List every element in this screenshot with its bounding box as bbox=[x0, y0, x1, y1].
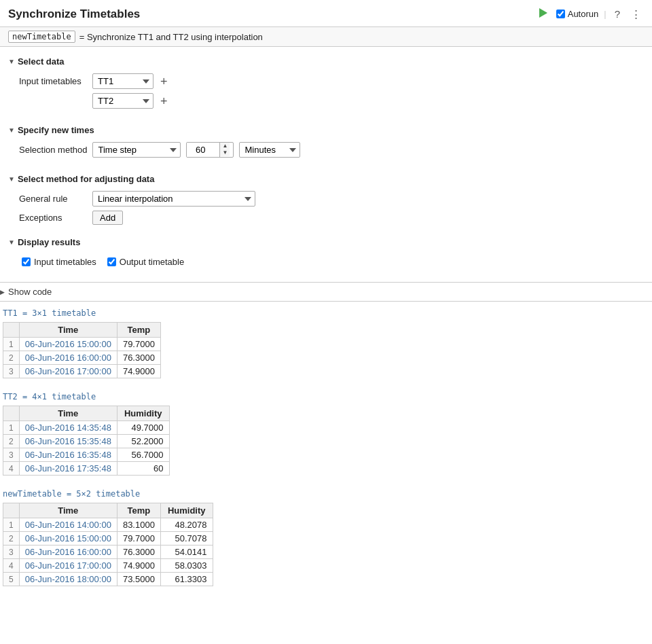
table-row: 3 06-Jun-2016 16:35:48 56.7000 bbox=[3, 448, 170, 462]
more-button[interactable]: ⋮ bbox=[628, 7, 644, 22]
step-value-input-wrap: ▲ ▼ bbox=[186, 142, 234, 158]
new-timetable-section: newTimetable = 5×2 timetable Time Temp H… bbox=[0, 489, 652, 586]
autorun-label[interactable]: Autorun bbox=[556, 9, 599, 19]
output-timetable-checkbox-label[interactable]: Output timetable bbox=[107, 257, 184, 267]
humidity-cell: 54.0141 bbox=[160, 545, 213, 559]
exceptions-row: Exceptions Add bbox=[19, 211, 644, 225]
value-cell: 76.3000 bbox=[117, 351, 160, 365]
selection-method-select[interactable]: Time step From timetable bbox=[92, 142, 181, 158]
step-value-input[interactable] bbox=[187, 143, 219, 157]
value-cell: 52.2000 bbox=[117, 435, 169, 448]
display-results-chevron: ▼ bbox=[8, 238, 15, 246]
value-cell: 60 bbox=[117, 462, 169, 476]
specify-times-label: Specify new times bbox=[18, 125, 94, 135]
selection-method-row: Selection method Time step From timetabl… bbox=[19, 142, 644, 158]
display-results-section: ▼ Display results Input timetables Outpu… bbox=[8, 234, 644, 271]
tt1-col-time: Time bbox=[19, 323, 117, 338]
table-row: 3 06-Jun-2016 16:00:00 76.3000 54.0141 bbox=[3, 545, 213, 559]
new-col-time: Time bbox=[19, 503, 117, 518]
time-cell: 06-Jun-2016 17:00:00 bbox=[19, 559, 117, 573]
tt1-section: TT1 = 3×1 timetable Time Temp 1 06-Jun-2… bbox=[0, 308, 652, 378]
table-row: 4 06-Jun-2016 17:35:48 60 bbox=[3, 462, 170, 476]
timetable2-select[interactable]: TT2 TT1 bbox=[92, 93, 153, 109]
temp-cell: 76.3000 bbox=[117, 545, 160, 559]
time-cell: 06-Jun-2016 14:00:00 bbox=[19, 518, 117, 532]
select-method-chevron: ▼ bbox=[8, 175, 15, 183]
general-rule-row: General rule Linear interpolation Previo… bbox=[19, 191, 644, 207]
input-timetables-checkbox-text: Input timetables bbox=[34, 257, 96, 267]
help-button[interactable]: ? bbox=[612, 7, 623, 21]
row-num: 3 bbox=[3, 545, 20, 559]
svg-marker-0 bbox=[539, 8, 547, 18]
time-cell: 06-Jun-2016 15:35:48 bbox=[19, 435, 117, 448]
display-results-header[interactable]: ▼ Display results bbox=[8, 234, 644, 250]
show-code-row[interactable]: ▶ Show code bbox=[0, 282, 652, 302]
row-num: 2 bbox=[3, 532, 20, 545]
header-controls: Autorun | ? ⋮ bbox=[536, 5, 644, 22]
timetable1-select[interactable]: TT1 TT2 bbox=[92, 73, 153, 89]
specify-times-section: ▼ Specify new times Selection method Tim… bbox=[8, 122, 644, 164]
input-timetables-checkbox[interactable] bbox=[22, 257, 31, 266]
row-num: 4 bbox=[3, 462, 20, 476]
table-row: 5 06-Jun-2016 18:00:00 73.5000 61.3303 bbox=[3, 573, 213, 586]
select-data-label: Select data bbox=[18, 56, 65, 67]
row-num: 1 bbox=[3, 518, 20, 532]
temp-cell: 83.1000 bbox=[117, 518, 160, 532]
code-badge: newTimetable bbox=[8, 31, 75, 43]
add-timetable1-button[interactable]: + bbox=[159, 75, 169, 88]
row-num: 1 bbox=[3, 421, 20, 435]
new-timetable-table: Time Temp Humidity 1 06-Jun-2016 14:00:0… bbox=[3, 503, 213, 586]
table-row: 4 06-Jun-2016 17:00:00 74.9000 58.0303 bbox=[3, 559, 213, 573]
code-line: newTimetable = Synchronize TT1 and TT2 u… bbox=[0, 27, 652, 47]
row-num: 1 bbox=[3, 338, 20, 351]
time-cell: 06-Jun-2016 17:00:00 bbox=[19, 365, 117, 378]
add-exception-button[interactable]: Add bbox=[92, 211, 123, 225]
input-timetables-row1: Input timetables TT1 TT2 + bbox=[19, 73, 644, 89]
time-cell: 06-Jun-2016 14:35:48 bbox=[19, 421, 117, 435]
temp-cell: 74.9000 bbox=[117, 559, 160, 573]
humidity-cell: 61.3303 bbox=[160, 573, 213, 586]
select-method-section: ▼ Select method for adjusting data Gener… bbox=[8, 171, 644, 228]
tt1-col-temp: Temp bbox=[117, 323, 160, 338]
autorun-checkbox[interactable] bbox=[556, 10, 565, 18]
row-num: 2 bbox=[3, 435, 20, 448]
select-data-section: ▼ Select data Input timetables TT1 TT2 +… bbox=[8, 54, 644, 115]
select-method-header[interactable]: ▼ Select method for adjusting data bbox=[8, 171, 644, 187]
value-cell: 74.9000 bbox=[117, 365, 160, 378]
input-timetables-label: Input timetables bbox=[19, 76, 87, 86]
unit-select[interactable]: Minutes Seconds Hours bbox=[239, 142, 300, 158]
time-cell: 06-Jun-2016 16:35:48 bbox=[19, 448, 117, 462]
add-timetable2-button[interactable]: + bbox=[159, 95, 169, 107]
output-timetable-checkbox-text: Output timetable bbox=[120, 257, 184, 267]
run-button[interactable] bbox=[536, 5, 551, 22]
select-method-body: General rule Linear interpolation Previo… bbox=[8, 187, 644, 228]
general-rule-label: General rule bbox=[19, 194, 87, 204]
table-row: 2 06-Jun-2016 15:00:00 79.7000 50.7078 bbox=[3, 532, 213, 545]
new-col-temp: Temp bbox=[117, 503, 160, 518]
humidity-cell: 48.2078 bbox=[160, 518, 213, 532]
spin-up-button[interactable]: ▲ bbox=[220, 143, 230, 149]
output-timetable-checkbox[interactable] bbox=[107, 257, 116, 266]
row-num: 2 bbox=[3, 351, 20, 365]
tt2-table: Time Humidity 1 06-Jun-2016 14:35:48 49.… bbox=[3, 406, 170, 476]
select-data-header[interactable]: ▼ Select data bbox=[8, 54, 644, 69]
new-col-humidity: Humidity bbox=[160, 503, 213, 518]
general-rule-select[interactable]: Linear interpolation Previous value Next… bbox=[92, 191, 255, 207]
humidity-cell: 50.7078 bbox=[160, 532, 213, 545]
time-cell: 06-Jun-2016 15:00:00 bbox=[19, 532, 117, 545]
new-col-index bbox=[3, 503, 20, 518]
tt2-section: TT2 = 4×1 timetable Time Humidity 1 06-J… bbox=[0, 392, 652, 476]
tt2-col-index bbox=[3, 406, 20, 421]
specify-times-header[interactable]: ▼ Specify new times bbox=[8, 122, 644, 138]
autorun-text: Autorun bbox=[568, 9, 599, 19]
value-cell: 56.7000 bbox=[117, 448, 169, 462]
input-timetables-checkbox-label[interactable]: Input timetables bbox=[22, 257, 96, 267]
specify-times-chevron: ▼ bbox=[8, 126, 15, 134]
input-timetables-row2: TT2 TT1 + bbox=[19, 93, 644, 109]
run-icon bbox=[537, 7, 549, 19]
temp-cell: 73.5000 bbox=[117, 573, 160, 586]
tt2-title: TT2 = 4×1 timetable bbox=[0, 392, 652, 401]
spin-down-button[interactable]: ▼ bbox=[220, 149, 230, 156]
value-cell: 49.7000 bbox=[117, 421, 169, 435]
row-num: 5 bbox=[3, 573, 20, 586]
